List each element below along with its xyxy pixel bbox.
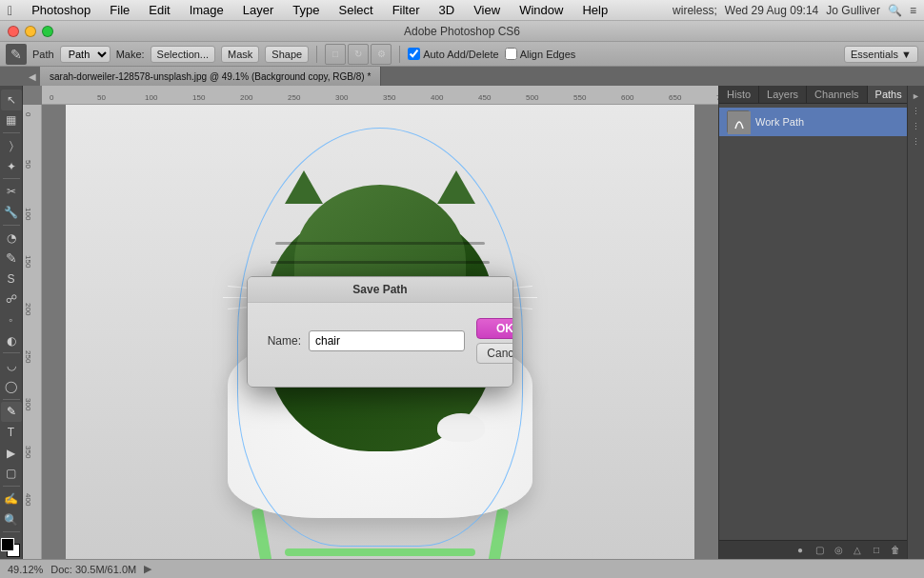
new-path-icon[interactable]: □ (869, 543, 884, 558)
panel-option-3[interactable]: ⋮ (910, 135, 923, 149)
rubber-band-icon[interactable]: □ (325, 44, 346, 65)
apple-logo-icon[interactable]:  (8, 3, 12, 18)
name-input[interactable] (309, 330, 465, 351)
svg-rect-0 (728, 111, 751, 134)
menu-help[interactable]: Help (578, 3, 612, 17)
minimize-button[interactable] (25, 26, 36, 37)
options-icon[interactable]: ⚙ (371, 44, 392, 65)
status-bar: 49.12% Doc: 30.5M/61.0M ▶ (0, 559, 924, 578)
delete-path-icon[interactable]: 🗑 (888, 543, 903, 558)
window-controls (8, 26, 53, 37)
name-label: Name: (263, 334, 301, 348)
lasso-tool[interactable]: 〉 (1, 135, 22, 156)
tab-paths[interactable]: Paths (868, 86, 911, 103)
status-zoom: 49.12% (8, 564, 43, 575)
pen-tool[interactable]: ✎ (1, 402, 22, 423)
paths-panel-content: Work Path (719, 104, 907, 540)
fill-path-icon[interactable]: ● (793, 543, 808, 558)
active-file-tab[interactable]: sarah-dorweiler-128578-unsplash.jpg @ 49… (40, 67, 381, 86)
move-tool[interactable]: ↖ (1, 90, 22, 110)
menubar-time: Wed 29 Aug 09:14 (725, 4, 819, 17)
menu-image[interactable]: Image (186, 3, 228, 17)
ok-button[interactable]: OK (476, 318, 513, 339)
stroke-path-icon[interactable]: ▢ (812, 543, 827, 558)
align-edges-text: Align Edges (520, 49, 576, 60)
tool-separator-2 (3, 178, 20, 179)
eyedropper-tool[interactable]: 🔧 (1, 202, 22, 223)
path-thumbnail (727, 110, 750, 133)
search-icon[interactable]: 🔍 (888, 4, 902, 17)
make-mask-icon[interactable]: △ (850, 543, 865, 558)
eraser-tool[interactable]: ◦ (1, 309, 22, 330)
selection-tool[interactable]: ▦ (1, 110, 22, 131)
panel-tabs: Histo Layers Channels Paths ▶▶ (719, 86, 907, 104)
align-edges-label[interactable]: Align Edges (505, 48, 576, 60)
path-select-tool[interactable]: ▶ (1, 443, 22, 464)
panel-option-1[interactable]: ⋮ (910, 105, 923, 118)
menu-edit[interactable]: Edit (145, 3, 173, 17)
hand-tool[interactable]: ✍ (1, 488, 22, 509)
type-tool[interactable]: T (1, 422, 22, 443)
foreground-color-swatch[interactable] (1, 538, 14, 551)
shape-button[interactable]: Shape (265, 46, 309, 63)
tab-layers[interactable]: Layers (759, 86, 807, 103)
menu-file[interactable]: File (106, 3, 133, 17)
menu-icon[interactable]: ≡ (910, 4, 916, 17)
menu-photoshop[interactable]: Photoshop (28, 3, 94, 17)
menu-view[interactable]: View (470, 3, 504, 17)
path-select[interactable]: Path (60, 46, 110, 63)
essentials-button[interactable]: Essentials ▼ (844, 46, 918, 63)
history-brush-tool[interactable]: ☍ (1, 289, 22, 310)
panel-option-2[interactable]: ⋮ (910, 120, 923, 133)
ruler-top: 0 50 100 150 200 250 300 350 400 450 500… (42, 86, 718, 105)
menu-window[interactable]: Window (515, 3, 567, 17)
dodge-tool[interactable]: ◯ (1, 376, 22, 397)
brush-tool[interactable]: ✎ (1, 248, 22, 269)
auto-add-delete-checkbox[interactable] (408, 48, 420, 60)
path-item-work-path[interactable]: Work Path (719, 108, 907, 136)
foreground-background-colors[interactable] (1, 538, 22, 559)
menu-layer[interactable]: Layer (239, 3, 278, 17)
spot-heal-tool[interactable]: ◔ (1, 228, 22, 249)
load-path-icon[interactable]: ◎ (831, 543, 846, 558)
main-toolbar: ✎ Path Path Make: Selection... Mask Shap… (0, 42, 924, 67)
canvas-content: Save Path Name: OK Cancel (42, 105, 718, 559)
tool-separator-1 (3, 132, 20, 133)
mask-button[interactable]: Mask (221, 46, 259, 63)
gradient-tool[interactable]: ◐ (1, 330, 22, 351)
tab-histo[interactable]: Histo (719, 86, 759, 103)
canvas-area: 0 50 100 150 200 250 300 350 400 450 500… (23, 86, 718, 559)
wifi-icon: wireless; (673, 4, 717, 17)
tab-channels[interactable]: Channels (807, 86, 867, 103)
crop-tool[interactable]: ✂ (1, 181, 22, 202)
tool-separator-5 (3, 399, 20, 400)
clone-stamp-tool[interactable]: S (1, 269, 22, 289)
close-button[interactable] (8, 26, 19, 37)
magic-wand-tool[interactable]: ✦ (1, 156, 22, 177)
menu-filter[interactable]: Filter (389, 3, 424, 17)
selection-button[interactable]: Selection... (151, 46, 215, 63)
main-layout: ↖ ▦ 〉 ✦ ✂ 🔧 ◔ ✎ S ☍ ◦ ◐ ◡ ◯ ✎ T ▶ ▢ ✍ 🔍 (0, 86, 924, 559)
pen-tool-icon[interactable]: ✎ (6, 44, 27, 65)
status-expand-arrow[interactable]: ▶ (144, 563, 151, 575)
right-panels: Histo Layers Channels Paths ▶▶ Work Path… (718, 86, 907, 559)
menubar-user: Jo Gulliver (826, 4, 880, 17)
auto-add-delete-label[interactable]: Auto Add/Delete (408, 48, 499, 60)
shape-tool[interactable]: ▢ (1, 464, 22, 485)
dialog-buttons: OK Cancel (476, 318, 513, 364)
zoom-tool[interactable]: 🔍 (1, 509, 22, 530)
path-name: Work Path (755, 116, 804, 128)
convert-icon[interactable]: ↻ (348, 44, 369, 65)
cancel-button[interactable]: Cancel (476, 343, 513, 364)
menu-select[interactable]: Select (335, 3, 377, 17)
maximize-button[interactable] (42, 26, 53, 37)
make-label: Make: (116, 49, 145, 60)
menu-3d[interactable]: 3D (435, 3, 459, 17)
align-edges-checkbox[interactable] (505, 48, 517, 60)
collapse-panel-icon[interactable]: ► (910, 90, 923, 103)
tab-nav-left[interactable]: ◀ (29, 71, 36, 82)
tool-separator-3 (3, 225, 20, 226)
blur-tool[interactable]: ◡ (1, 355, 22, 376)
menu-type[interactable]: Type (289, 3, 323, 17)
save-path-dialog: Save Path Name: OK Cancel (247, 276, 513, 388)
